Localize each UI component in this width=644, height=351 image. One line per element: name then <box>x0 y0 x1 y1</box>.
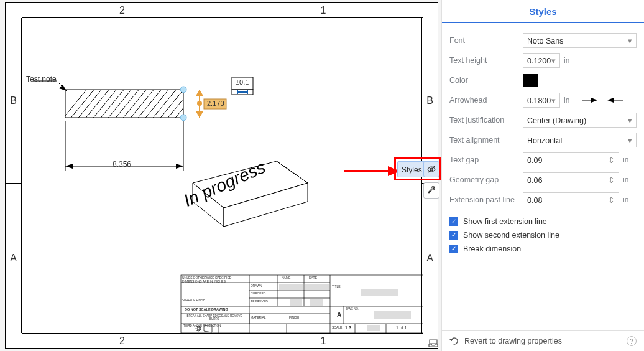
col-footer-1: 1 <box>223 333 423 348</box>
svg-point-32 <box>180 115 186 121</box>
tb-date: DATE <box>309 276 317 279</box>
col-header-1: 1 <box>223 3 423 18</box>
row-footer-A: A <box>421 184 438 333</box>
tb-approved: APPROVED <box>251 299 268 303</box>
text-height-unit: in <box>560 56 577 65</box>
show-second-extension-checkbox[interactable]: ✓ <box>449 231 458 240</box>
svg-marker-80 <box>449 339 453 341</box>
svg-line-8 <box>101 82 138 127</box>
svg-line-9 <box>108 82 145 127</box>
tb-surface: SURFACE FINISH <box>182 299 205 302</box>
styles-panel: Styles Font Noto Sans Text height 0.1200… <box>441 0 644 351</box>
tb-scale: 1:3 <box>345 325 351 330</box>
test-note: Test note <box>26 75 57 83</box>
geometry-gap-unit: in <box>619 176 637 184</box>
geometry-gap-input[interactable]: 0.06 <box>523 172 619 187</box>
text-alignment-label: Text alignment <box>449 136 523 144</box>
tb-finish: FINISH <box>289 316 299 319</box>
svg-marker-28 <box>196 90 203 96</box>
svg-line-13 <box>138 82 175 127</box>
show-first-extension-checkbox[interactable]: ✓ <box>449 217 458 226</box>
svg-marker-79 <box>607 98 614 103</box>
dim-width: 8.356 <box>113 160 131 169</box>
text-height-input[interactable]: 0.1200 <box>523 53 560 68</box>
tb-scale-lbl: SCALE <box>332 325 342 329</box>
show-first-extension-label: Show first extension line <box>463 217 547 226</box>
svg-line-16 <box>160 82 198 127</box>
row-header-B: B <box>6 18 22 184</box>
styles-tooltip: Styles <box>397 161 426 177</box>
tb-title: TITLE <box>332 284 341 288</box>
geometry-gap-label: Geometry gap <box>449 176 523 184</box>
svg-line-4 <box>71 82 108 127</box>
show-second-extension-label: Show second extension line <box>463 231 559 240</box>
help-icon[interactable]: ? <box>627 336 637 346</box>
svg-line-11 <box>123 82 160 127</box>
tb-sheet: 1 of 1 <box>396 325 407 330</box>
arrowhead-input[interactable]: 0.1800 <box>523 93 560 108</box>
tray-icon <box>428 337 439 349</box>
text-gap-input[interactable]: 0.09 <box>523 152 619 167</box>
text-justification-select[interactable]: Center (Drawing) <box>523 113 637 128</box>
svg-line-42 <box>277 161 308 183</box>
revert-icon <box>449 336 459 346</box>
svg-rect-63 <box>305 284 329 290</box>
style-manager-icon[interactable] <box>425 335 441 351</box>
tb-drawn: DRAWN <box>251 284 262 288</box>
wrench-icon <box>426 185 436 195</box>
svg-line-3 <box>63 82 101 127</box>
svg-line-14 <box>145 82 183 127</box>
svg-line-10 <box>116 82 153 127</box>
revert-button[interactable]: Revert to drawing properties <box>464 337 562 345</box>
drawing-sheet[interactable]: 2 1 2 1 B A B A <box>5 2 438 349</box>
arrowhead-label: Arrowhead <box>449 96 523 105</box>
svg-line-5 <box>78 82 116 127</box>
svg-marker-77 <box>591 98 597 103</box>
arrow-style-b-icon[interactable] <box>607 96 623 104</box>
svg-rect-65 <box>310 299 323 306</box>
dim-height[interactable]: 2.170 <box>207 100 224 107</box>
svg-point-70 <box>197 327 200 330</box>
col-header-2: 2 <box>22 3 223 18</box>
color-label: Color <box>449 76 523 85</box>
extension-past-line-input[interactable]: 0.08 <box>523 192 619 207</box>
col-footer-2: 2 <box>22 333 223 348</box>
arrow-style-a-icon[interactable] <box>582 96 599 104</box>
styles-tool-button[interactable] <box>423 161 439 177</box>
svg-marker-29 <box>196 111 203 118</box>
svg-rect-62 <box>279 284 303 290</box>
text-alignment-select[interactable]: Horizontal <box>523 133 637 147</box>
svg-point-30 <box>197 101 202 106</box>
tb-break: BREAK ALL SHARP EDGES AND REMOVE BURRS <box>183 314 246 321</box>
extension-past-line-label: Extension past line <box>449 195 523 204</box>
svg-marker-26 <box>176 164 183 169</box>
svg-rect-64 <box>290 299 302 306</box>
tb-material: MATERIAL <box>251 316 266 319</box>
text-gap-unit: in <box>619 156 637 164</box>
svg-line-6 <box>86 82 123 127</box>
row-header-A: A <box>6 184 22 333</box>
break-dimension-checkbox[interactable]: ✓ <box>449 245 458 253</box>
font-select[interactable]: Noto Sans <box>523 33 637 48</box>
tb-dwgno: DWG NO. <box>346 307 359 311</box>
svg-rect-68 <box>367 325 380 331</box>
tb-checked: CHECKED <box>251 291 265 295</box>
svg-rect-66 <box>361 289 398 296</box>
svg-marker-25 <box>65 164 73 169</box>
callout-arrow <box>344 162 400 180</box>
text-height-label: Text height <box>449 56 523 65</box>
panel-title: Styles <box>442 0 644 23</box>
tb-name: NAME <box>282 276 290 279</box>
svg-line-12 <box>131 82 168 127</box>
break-dimension-label: Break dimension <box>463 245 521 253</box>
tb-size: A <box>337 311 341 318</box>
arrowhead-unit: in <box>560 96 577 105</box>
color-swatch[interactable] <box>523 74 538 87</box>
tolerance: ±0.1 <box>236 78 249 86</box>
settings-tool-button[interactable] <box>423 182 439 199</box>
svg-marker-41 <box>224 183 308 227</box>
tb-proj: THIRD ANGLE PROJECTION <box>183 324 221 327</box>
text-gap-label: Text gap <box>449 156 523 164</box>
eye-off-icon <box>426 164 436 174</box>
text-justification-label: Text justification <box>449 116 523 124</box>
